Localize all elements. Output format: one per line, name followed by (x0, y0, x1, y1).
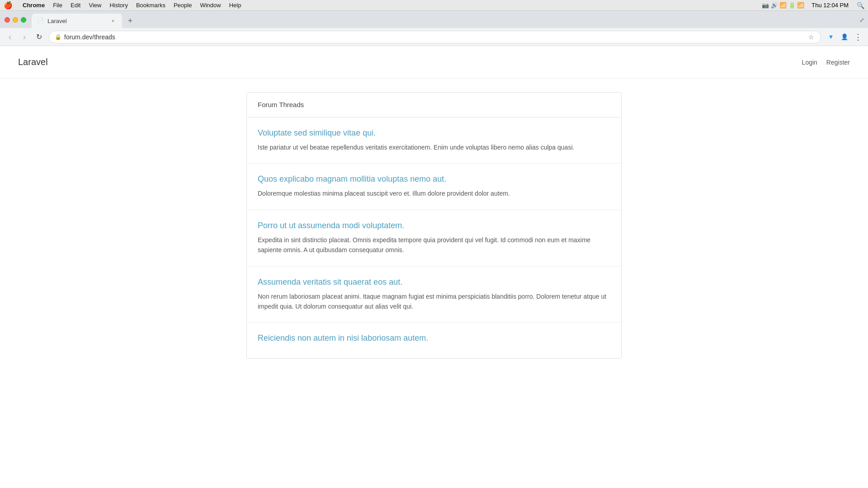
forum-card: Forum Threads Voluptate sed similique vi… (246, 92, 622, 359)
thread-title-link[interactable]: Reiciendis non autem in nisi laboriosam … (258, 333, 610, 343)
thread-body: Iste pariatur ut vel beatae repellendus … (258, 142, 610, 152)
search-icon[interactable]: 🔍 (857, 2, 864, 9)
new-tab-button[interactable]: + (124, 14, 137, 27)
app-header: Laravel Login Register (0, 46, 868, 79)
refresh-button[interactable]: ↻ (33, 31, 45, 43)
profile-button[interactable]: 👤 (838, 31, 851, 43)
address-bar[interactable]: 🔒 forum.dev/threads ☆ (49, 31, 821, 43)
menu-button[interactable]: ⋮ (852, 31, 864, 43)
menu-edit[interactable]: Edit (71, 2, 80, 9)
toolbar-right: ▼ 👤 ⋮ (825, 31, 864, 43)
menu-help[interactable]: Help (229, 2, 241, 9)
url-path: /threads (92, 33, 115, 41)
menubar-right: 📷 🔊 📶 🔋 📶 Thu 12:04 PM 🔍 (762, 2, 864, 9)
apple-menu[interactable]: 🍎 (4, 1, 13, 9)
thread-item: Quos explicabo magnam mollitia voluptas … (247, 164, 621, 210)
forum-heading: Forum Threads (258, 101, 304, 108)
tab-close-button[interactable]: × (109, 17, 117, 24)
extensions-button[interactable]: ▼ (825, 31, 837, 43)
thread-body: Expedita in sint distinctio placeat. Omn… (258, 235, 610, 255)
lock-icon: 🔒 (55, 34, 61, 40)
back-icon: ‹ (9, 32, 12, 42)
app-nav: Login Register (802, 59, 850, 66)
system-icons: 📷 🔊 📶 🔋 📶 (762, 2, 804, 9)
traffic-light-close[interactable] (5, 17, 10, 23)
thread-title-link[interactable]: Voluptate sed similique vitae qui. (258, 128, 610, 138)
thread-item: Voluptate sed similique vitae qui. Iste … (247, 117, 621, 164)
menu-history[interactable]: History (109, 2, 127, 9)
url-display: forum.dev/threads (64, 33, 805, 41)
menu-window[interactable]: Window (200, 2, 221, 9)
bookmark-star-icon[interactable]: ☆ (807, 33, 815, 42)
menu-bookmarks[interactable]: Bookmarks (136, 2, 165, 9)
thread-body: Doloremque molestias minima placeat susc… (258, 188, 610, 198)
menu-file[interactable]: File (53, 2, 62, 9)
login-link[interactable]: Login (802, 59, 817, 66)
page-content: Laravel Login Register Forum Threads Vol… (0, 46, 868, 488)
forward-button[interactable]: › (18, 31, 31, 43)
thread-title-link[interactable]: Quos explicabo magnam mollitia voluptas … (258, 174, 610, 184)
thread-title-link[interactable]: Porro ut ut assumenda modi voluptatem. (258, 221, 610, 230)
traffic-light-minimize[interactable] (13, 17, 18, 23)
browser-window: 📄 Laravel × + ⤢ ‹ › ↻ 🔒 forum.dev/thread… (0, 11, 868, 488)
tab-favicon-icon: 📄 (37, 18, 44, 24)
browser-toolbar: ‹ › ↻ 🔒 forum.dev/threads ☆ ▼ 👤 ⋮ (0, 28, 868, 46)
menu-view[interactable]: View (89, 2, 101, 9)
refresh-icon: ↻ (36, 33, 42, 41)
thread-body: Non rerum laboriosam placeat animi. Itaq… (258, 291, 610, 312)
thread-item: Assumenda veritatis sit quaerat eos aut.… (247, 267, 621, 323)
menu-people[interactable]: People (174, 2, 192, 9)
browser-tab[interactable]: 📄 Laravel × (32, 14, 122, 28)
traffic-light-maximize[interactable] (21, 17, 26, 23)
forum-container: Forum Threads Voluptate sed similique vi… (237, 92, 631, 359)
url-domain: forum.dev (64, 33, 92, 41)
thread-item: Porro ut ut assumenda modi voluptatem. E… (247, 210, 621, 267)
window-resize-icon[interactable]: ⤢ (859, 17, 864, 23)
thread-title-link[interactable]: Assumenda veritatis sit quaerat eos aut. (258, 277, 610, 287)
forum-header: Forum Threads (247, 93, 621, 117)
thread-item: Reiciendis non autem in nisi laboriosam … (247, 323, 621, 358)
register-link[interactable]: Register (826, 59, 850, 66)
forward-icon: › (23, 32, 26, 42)
menu-chrome[interactable]: Chrome (23, 2, 45, 9)
macos-menubar: 🍎 Chrome File Edit View History Bookmark… (0, 0, 868, 11)
tab-title: Laravel (47, 18, 106, 24)
app-logo: Laravel (18, 57, 48, 67)
menubar-time: Thu 12:04 PM (811, 2, 849, 9)
back-button[interactable]: ‹ (4, 31, 16, 43)
